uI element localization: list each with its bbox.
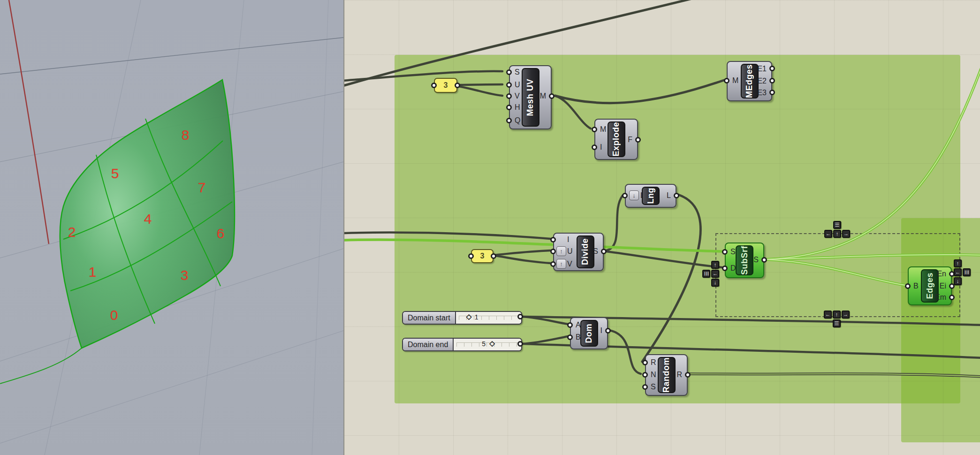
port-in-q[interactable] [506,118,512,123]
port-in-s[interactable] [642,384,648,390]
port-out-s[interactable] [761,257,767,263]
panel-port-out[interactable] [455,83,460,88]
list-icon[interactable]: ☰ [833,319,841,327]
component-label: MEdges [741,64,759,99]
arrow-right-icon[interactable]: → [842,311,850,318]
port-in-b[interactable] [567,334,573,340]
arrow-up-icon[interactable]: ↑ [833,311,841,318]
port-in-u[interactable] [550,249,556,254]
arrow-up-icon[interactable]: ↑ [954,259,962,267]
port-out-m[interactable] [549,93,555,99]
slider-track[interactable]: 5 ◇ [454,339,521,350]
patch-label-6: 6 [217,227,225,241]
component-subsrf[interactable]: S D SubSrf S [725,243,764,278]
component-explode[interactable]: M I Explode F [594,119,638,160]
patch-label-1: 1 [89,265,97,279]
slider-track[interactable]: ◇ 1 [456,312,521,324]
component-mesh-uv[interactable]: S U V H Q Mesh UV M [509,65,552,129]
port-in-n[interactable] [642,372,648,378]
component-label: Mesh UV [522,68,539,127]
arrow-left-icon[interactable]: ← [954,268,962,276]
port-out-r[interactable] [685,372,691,378]
list-icon[interactable]: ☰ [963,268,971,276]
mesh-surface [0,80,235,384]
port-in-d[interactable] [722,265,728,271]
port-out-i[interactable] [605,328,611,334]
port-out-e3[interactable] [769,90,775,95]
port-out-e1[interactable] [769,66,775,71]
component-divide[interactable]: I ↑ U ↑ V Divide S [553,233,604,271]
port-in-i[interactable] [550,237,556,243]
slider-domain-start[interactable]: Domain start ◇ 1 [402,311,522,325]
port-in-m[interactable] [592,127,597,132]
arrow-left-icon[interactable]: ← [711,270,719,278]
flatten-icon[interactable]: ↓ [629,190,639,200]
component-lng[interactable]: ↓ L Lng L [625,184,676,208]
panel-port-in[interactable] [431,83,437,88]
port-in-s[interactable] [506,69,512,75]
red-axis-curve [9,0,49,244]
rhino-viewport[interactable]: 0 1 2 3 4 5 6 7 8 [0,0,343,455]
slider-knob[interactable]: ◇ [466,312,472,321]
rhino-grasshopper-window: 0 1 2 3 4 5 6 7 8 [0,0,980,455]
port-in-b[interactable] [905,283,911,289]
viewport-drawing [0,0,343,455]
component-label: Explode [608,121,625,157]
arrow-left-icon[interactable]: ← [824,311,832,318]
patch-label-8: 8 [182,128,190,142]
arrow-left-icon[interactable]: ← [824,230,832,238]
component-label: SubSrf [736,245,753,275]
port-in-v[interactable] [550,261,556,267]
graft-icon[interactable]: ↑ [556,259,566,269]
port-out-e2[interactable] [769,78,775,83]
slider-domain-end[interactable]: Domain end 5 ◇ [402,338,522,351]
list-icon[interactable]: ☰ [833,221,841,229]
port-in-h[interactable] [506,105,512,110]
arrow-up-icon[interactable]: ↑ [833,230,841,238]
component-label: Lng [642,187,660,205]
list-icon[interactable]: ☰ [702,270,710,278]
component-label: Divide [577,235,594,268]
port-in-r[interactable] [642,360,648,365]
patch-label-7: 7 [198,181,206,195]
port-in-i[interactable] [592,144,597,150]
port-out-em[interactable] [949,295,955,300]
component-random[interactable]: R N S Random R [645,354,688,396]
patch-label-4: 4 [144,212,152,226]
patch-label-3: 3 [181,268,189,282]
grasshopper-canvas[interactable]: S U V H Q Mesh UV M M MEdges E1 E2 E3 M … [343,0,980,455]
port-in-v[interactable] [506,93,512,99]
panel-divide-count[interactable]: 3 [471,249,494,263]
port-in-a[interactable] [567,322,573,328]
port-in-u[interactable] [506,82,512,88]
port-in-m[interactable] [724,78,729,83]
component-dom[interactable]: A B Dom I [570,317,608,349]
component-medges[interactable]: M MEdges E1 E2 E3 [727,61,772,101]
panel-port-in[interactable] [468,253,474,259]
arrow-right-icon[interactable]: → [842,230,850,238]
arrow-down-icon[interactable]: ↓ [954,277,962,285]
arrow-down-icon[interactable]: ↓ [711,279,719,287]
slider-end-out[interactable] [517,341,523,347]
arrow-up-icon[interactable]: ↑ [711,261,719,269]
component-label: Dom [580,320,598,347]
component-label: Random [658,357,676,393]
port-in-l[interactable] [622,193,628,198]
patch-label-0: 0 [110,308,118,322]
patch-label-5: 5 [111,167,119,181]
slider-start-out[interactable] [517,314,523,319]
graft-icon[interactable]: ↑ [556,246,566,256]
patch-label-2: 2 [68,225,76,239]
panel-mesh-count[interactable]: 3 [434,78,457,93]
component-edges[interactable]: B Edges En Ei Em [908,266,952,305]
port-out-f[interactable] [635,137,641,143]
panel-port-out[interactable] [491,253,496,259]
port-out-l[interactable] [674,193,679,198]
port-in-s[interactable] [722,249,728,255]
slider-knob[interactable]: ◇ [489,339,495,348]
port-out-s[interactable] [601,249,607,254]
